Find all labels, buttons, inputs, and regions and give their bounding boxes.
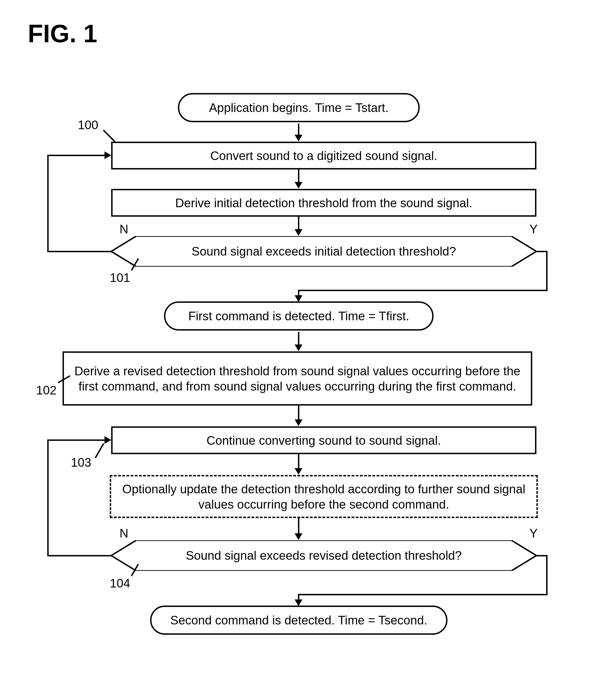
arrowhead-icon <box>294 135 303 142</box>
ref-104: 104 <box>110 576 130 590</box>
node-decision-initial: Sound signal exceeds initial detection t… <box>111 236 536 267</box>
edge-dec2-yes-h2 <box>298 594 548 595</box>
edge-dec1-yes-h <box>536 251 548 252</box>
node-convert-text: Convert sound to a digitized sound signa… <box>210 148 437 163</box>
edge-dec1-no-v <box>47 155 49 252</box>
label-yes-2: Y <box>529 526 538 540</box>
node-second-detected: Second command is detected. Time = Tseco… <box>150 605 448 635</box>
node-derive-revised-text: Derive a revised detection threshold fro… <box>71 363 524 394</box>
node-derive-initial-text: Derive initial detection threshold from … <box>175 195 473 210</box>
node-first-detected: First command is detected. Time = Tfirst… <box>164 301 434 330</box>
arrowhead-icon <box>294 468 303 475</box>
edge-dec2-no-h <box>47 555 111 556</box>
node-optional-text: Optionally update the detection threshol… <box>118 481 530 512</box>
arrowhead-icon <box>104 436 111 444</box>
arrowhead-icon <box>294 229 303 236</box>
node-start: Application begins. Time = Tstart. <box>178 93 420 122</box>
node-second-detected-text: Second command is detected. Time = Tseco… <box>170 612 427 628</box>
arrowhead-icon <box>104 151 111 159</box>
edge-dec2-yes-h <box>536 555 548 556</box>
figure-title: FIG. 1 <box>28 20 97 48</box>
figure-page: FIG. 1 Application begins. Time = Tstart… <box>0 0 597 700</box>
edge-dec1-yes-h2 <box>298 290 548 291</box>
edge-optional-dec2 <box>298 518 299 535</box>
edge-convert-derive1 <box>298 170 299 183</box>
node-derive-initial: Derive initial detection threshold from … <box>111 189 536 217</box>
node-decision-revised-text: Sound signal exceeds revised detection t… <box>111 549 536 562</box>
ref-103-pointer <box>95 443 104 458</box>
edge-dec1-yes-v <box>546 251 548 290</box>
edge-dec2-no-h2 <box>47 440 105 441</box>
node-optional: Optionally update the detection threshol… <box>110 475 538 518</box>
edge-dec2-no-v <box>47 440 49 556</box>
ref-100: 100 <box>78 118 98 132</box>
label-no-2: N <box>120 526 128 540</box>
arrowhead-icon <box>294 599 303 606</box>
arrowhead-icon <box>294 345 303 351</box>
label-no-1: N <box>120 222 128 236</box>
edge-dec1-no-h2 <box>47 155 105 156</box>
arrowhead-icon <box>294 295 303 302</box>
node-start-text: Application begins. Time = Tstart. <box>209 100 388 115</box>
edge-start-convert <box>298 124 299 136</box>
arrowhead-icon <box>294 420 303 426</box>
edge-derive1-dec1 <box>298 217 299 230</box>
node-decision-revised: Sound signal exceeds revised detection t… <box>111 540 536 571</box>
node-first-detected-text: First command is detected. Time = Tfirst… <box>188 308 409 324</box>
arrowhead-icon <box>294 182 303 189</box>
edge-dec2-yes-v <box>546 555 548 594</box>
ref-101: 101 <box>110 271 130 285</box>
label-yes-1: Y <box>529 222 538 236</box>
edge-dec1-no-h <box>47 251 111 252</box>
edge-detected1-derive2 <box>298 332 299 346</box>
node-continue: Continue converting sound to sound signa… <box>111 426 536 454</box>
node-decision-initial-text: Sound signal exceeds initial detection t… <box>111 245 536 258</box>
edge-derive2-continue <box>298 405 299 421</box>
node-continue-text: Continue converting sound to sound signa… <box>207 433 441 448</box>
ref-102: 102 <box>36 383 56 397</box>
ref-100-pointer <box>103 129 116 142</box>
ref-103: 103 <box>71 455 91 470</box>
node-derive-revised: Derive a revised detection threshold fro… <box>63 351 532 405</box>
edge-continue-optional <box>298 454 299 470</box>
arrowhead-icon <box>294 533 303 540</box>
node-convert: Convert sound to a digitized sound signa… <box>111 142 536 170</box>
